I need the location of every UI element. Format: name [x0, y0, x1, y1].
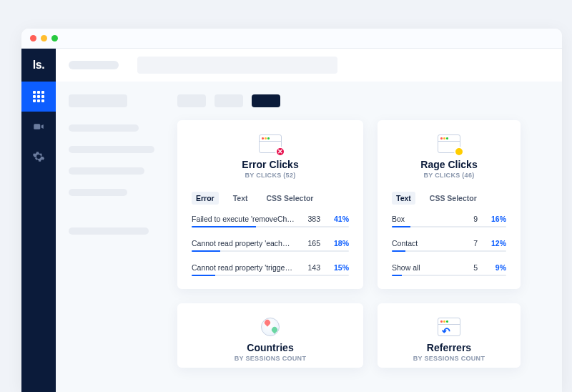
topbar — [56, 49, 562, 82]
bar-fill — [392, 275, 402, 276]
nav-settings[interactable] — [21, 142, 56, 172]
rage-segmented: Text CSS Selector — [392, 192, 506, 205]
card-title: Referrers — [427, 342, 471, 353]
error-window-icon: ✕ — [259, 134, 282, 153]
titlebar — [21, 29, 562, 49]
side-line — [69, 124, 139, 132]
side-line — [69, 227, 149, 235]
rage-window-icon — [438, 134, 460, 153]
logo: ls. — [21, 49, 56, 82]
view-tab[interactable] — [177, 94, 206, 107]
minimize-icon[interactable] — [41, 35, 47, 41]
page-title-placeholder — [69, 61, 119, 69]
main: ✕ Error Clicks BY CLICKS (52) Error Text… — [56, 49, 562, 392]
row-count: 165 — [302, 239, 320, 248]
row-count: 7 — [459, 239, 478, 248]
content: ✕ Error Clicks BY CLICKS (52) Error Text… — [56, 82, 562, 392]
error-segmented: Error Text CSS Selector — [192, 192, 349, 205]
row-pct: 12% — [485, 239, 506, 248]
error-row[interactable]: Cannot read property 'eachAttribute' of … — [192, 239, 349, 263]
row-count: 9 — [459, 215, 478, 223]
gear-icon — [32, 150, 45, 163]
row-pct: 16% — [485, 215, 506, 223]
app-body: ls. — [21, 49, 562, 392]
card-countries: Countries BY SESSIONS COUNT — [177, 303, 363, 368]
card-error-clicks: ✕ Error Clicks BY CLICKS (52) Error Text… — [177, 120, 363, 289]
error-row[interactable]: Cannot read property 'trigger' of null14… — [192, 263, 349, 276]
svg-rect-0 — [34, 124, 40, 129]
nav-rail: ls. — [21, 49, 56, 392]
nav-recordings[interactable] — [21, 112, 56, 142]
row-label: Box — [392, 215, 452, 223]
nav-dashboard[interactable] — [21, 82, 56, 112]
view-tab[interactable] — [214, 94, 243, 107]
referrer-window-icon: ↶ — [438, 318, 460, 336]
row-count: 5 — [459, 263, 478, 272]
maximize-icon[interactable] — [51, 35, 58, 41]
row-label: Contact — [392, 239, 452, 248]
view-tab-active[interactable] — [252, 94, 280, 107]
video-icon — [32, 120, 45, 133]
side-line — [69, 146, 154, 153]
row-pct: 15% — [327, 263, 349, 272]
bar-fill — [192, 275, 215, 276]
cards-wrap: ✕ Error Clicks BY CLICKS (52) Error Text… — [177, 82, 562, 392]
card-rage-clicks: Rage Clicks BY CLICKS (46) Text CSS Sele… — [378, 120, 521, 289]
globe-icon — [261, 318, 280, 336]
row-pct: 9% — [485, 263, 506, 272]
card-title: Countries — [247, 342, 293, 353]
row-label: Cannot read property 'eachAttribute' of … — [192, 239, 295, 248]
side-column — [56, 82, 177, 392]
app-window: ls. — [21, 29, 562, 392]
bar-fill — [392, 250, 405, 252]
bar-fill — [192, 226, 256, 227]
bar-fill — [192, 250, 220, 252]
rage-row[interactable]: Show all59% — [392, 263, 506, 276]
side-line — [69, 189, 127, 196]
bar-fill — [392, 226, 410, 227]
context-tabs — [69, 94, 166, 107]
rage-row[interactable]: Contact712% — [392, 239, 506, 263]
seg-text[interactable]: Text — [229, 192, 252, 205]
card-subtitle: BY CLICKS (46) — [392, 172, 506, 179]
grid-icon — [32, 90, 45, 103]
error-row[interactable]: Failed to execute 'removeChild' on 'Node… — [192, 215, 349, 239]
row-pct: 18% — [327, 239, 349, 248]
view-tabs — [177, 94, 546, 107]
row-label: Cannot read property 'trigger' of null — [192, 263, 295, 272]
seg-css[interactable]: CSS Selector — [425, 192, 481, 205]
card-title: Rage Clicks — [392, 159, 506, 170]
card-subtitle: BY CLICKS (52) — [192, 172, 349, 179]
row-count: 383 — [302, 215, 320, 223]
close-icon[interactable] — [30, 35, 36, 41]
card-title: Error Clicks — [192, 159, 349, 170]
rage-row[interactable]: Box916% — [392, 215, 506, 239]
seg-error[interactable]: Error — [192, 192, 219, 205]
row-label: Show all — [392, 263, 452, 272]
side-line — [69, 167, 144, 175]
card-referrers: ↶ Referrers BY SESSIONS COUNT — [378, 303, 521, 368]
row-count: 143 — [302, 263, 320, 272]
seg-text[interactable]: Text — [392, 192, 415, 205]
seg-css[interactable]: CSS Selector — [262, 192, 318, 205]
row-label: Failed to execute 'removeChild' on 'Node… — [192, 215, 295, 223]
context-tab-1[interactable] — [69, 94, 127, 107]
card-subtitle: BY SESSIONS COUNT — [235, 355, 306, 362]
search-input[interactable] — [137, 57, 337, 74]
row-pct: 41% — [327, 215, 349, 223]
card-subtitle: BY SESSIONS COUNT — [413, 355, 485, 362]
